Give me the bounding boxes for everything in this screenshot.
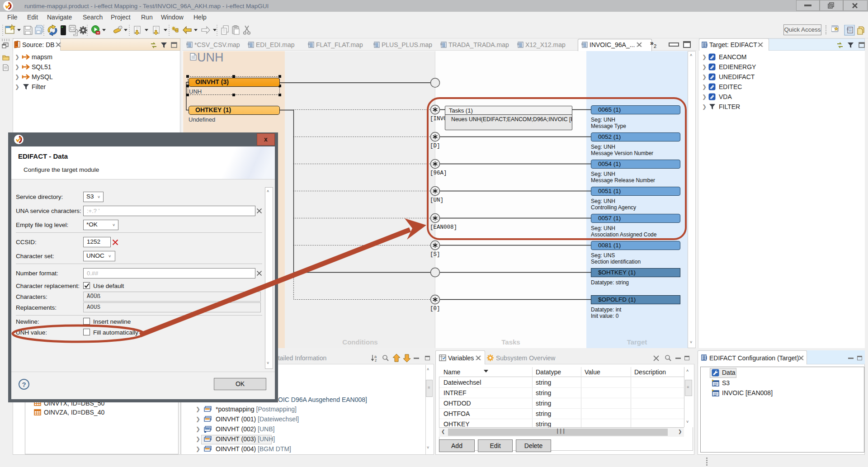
svg-text:z: z xyxy=(375,358,377,362)
